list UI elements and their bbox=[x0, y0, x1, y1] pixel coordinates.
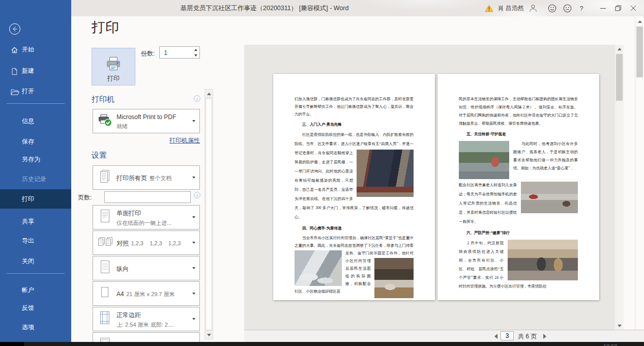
taskbar-corner bbox=[0, 342, 24, 346]
printer-select[interactable]: Microsoft Print to PDF 就绪 bbox=[93, 109, 200, 133]
sidebar-item-save[interactable]: 保存 bbox=[0, 135, 71, 148]
sidebar-item-save-as[interactable]: 另存为 bbox=[0, 153, 71, 166]
minimize-button[interactable] bbox=[595, 0, 610, 16]
copies-stepper bbox=[159, 46, 200, 59]
scroll-up-button[interactable] bbox=[615, 45, 624, 53]
preview-scrollbar[interactable] bbox=[615, 45, 624, 330]
margins-icon bbox=[96, 310, 113, 328]
photo-street-elderly bbox=[459, 141, 509, 179]
sidebar-item-home[interactable]: 开始 bbox=[0, 43, 71, 56]
collated-icon bbox=[96, 235, 113, 250]
page-title: 打印 bbox=[92, 18, 119, 37]
title-bar: 基层党员下沉社区工作事迹（20200311） [兼容模式] - Word 肖 昌… bbox=[71, 0, 644, 16]
scroll-up-button[interactable] bbox=[205, 90, 213, 98]
taskbar-clock: 10:58 bbox=[603, 343, 618, 346]
close-button[interactable] bbox=[626, 0, 641, 16]
printer-icon bbox=[104, 56, 123, 72]
pages-info-icon[interactable]: i bbox=[194, 192, 200, 198]
back-arrow-icon bbox=[9, 23, 21, 35]
document-paragraph: 配合社区将空巢老人转送到儿女身边；每天为不会使用智能手机的老人登记所需的生活物资… bbox=[459, 181, 578, 226]
chevron-down-icon bbox=[192, 177, 195, 179]
chevron-down-icon bbox=[192, 216, 195, 218]
sidebar-divider bbox=[7, 273, 65, 274]
sidebar-divider bbox=[7, 103, 65, 104]
printer-ready-icon bbox=[96, 113, 113, 129]
printer-status: 就绪 bbox=[116, 123, 128, 129]
scrollbar-thumb[interactable] bbox=[636, 26, 643, 77]
settings-scrollbar[interactable] bbox=[204, 89, 213, 339]
sidebar-item-export[interactable]: 导出 bbox=[0, 234, 71, 247]
scroll-down-button[interactable] bbox=[615, 322, 624, 330]
photo-parking-lot bbox=[521, 182, 578, 213]
print-preview-area: 们加入微信群，门栋微信群也成为了肖永俊同志的工作群，及时在群里开展引导解释帮扶工… bbox=[244, 45, 624, 330]
warning-icon[interactable] bbox=[485, 5, 493, 12]
document-paragraph: 们加入微信群，门栋微信群也成为了肖永俊同志的工作群，及时在群里开展引导解释帮扶工… bbox=[295, 95, 414, 118]
back-button[interactable] bbox=[9, 23, 21, 35]
document-heading: 四、同心携手·为爱传递 bbox=[295, 224, 414, 232]
scroll-down-button[interactable] bbox=[205, 330, 213, 339]
photo-packages-gate bbox=[374, 258, 414, 298]
sidebar-item-feedback[interactable]: 反馈 bbox=[0, 301, 71, 314]
sidebar-item-share[interactable]: 共享 bbox=[0, 215, 71, 228]
word-print-backstage: 基层党员下沉社区工作事迹（20200311） [兼容模式] - Word 肖 昌… bbox=[0, 0, 644, 346]
document-paragraph: 2 月中旬，武汉新冠肺炎疫情防控进入关键期，全市所有社区、小区、村组、居民点按照… bbox=[459, 239, 578, 291]
document-paragraph: 当全市所有小区实行封闭管理后，确保社区居民“菜篮子”也是重中之重的大事。因此，肖… bbox=[295, 234, 414, 300]
sidebar-item-info[interactable]: 信息 bbox=[0, 114, 71, 128]
sidebar-item-print[interactable]: 打印 bbox=[0, 189, 71, 209]
restore-window-button[interactable] bbox=[610, 0, 626, 16]
sidebar-item-open[interactable]: 打开 bbox=[0, 84, 71, 98]
previous-page-button[interactable] bbox=[494, 334, 497, 339]
settings-section-header: 设置 bbox=[92, 151, 107, 160]
copies-label: 份数: bbox=[141, 49, 155, 58]
frown-feedback-icon[interactable] bbox=[560, 0, 575, 16]
margins-select[interactable]: 正常边距 上: 2.54 厘米 底部: 2.... bbox=[93, 307, 200, 331]
preview-footer: 共 6 页 40% − + bbox=[244, 330, 644, 342]
photo-door-visit bbox=[357, 150, 414, 197]
print-button[interactable]: 打印 bbox=[92, 48, 135, 85]
print-range-select[interactable]: 打印所有页 整个文档 bbox=[93, 165, 200, 190]
sidebar-item-new[interactable]: 新建 bbox=[0, 64, 71, 77]
chevron-down-icon bbox=[192, 242, 195, 244]
printer-properties-link[interactable]: 打印机属性 bbox=[93, 136, 200, 145]
print-one-sided-icon bbox=[96, 209, 113, 226]
copies-input[interactable] bbox=[160, 47, 193, 58]
current-page-input[interactable] bbox=[501, 331, 514, 340]
portrait-orientation-icon bbox=[96, 260, 113, 277]
backstage-sidebar: 开始 新建 打开 信息 保存 另存为 历史记录 打印 共享 导出 关闭 帐户 反… bbox=[0, 0, 71, 342]
duplex-select[interactable]: 单面打印 仅在纸面的一侧上进... bbox=[93, 205, 200, 229]
orientation-select[interactable]: 纵向 bbox=[93, 256, 200, 280]
photo-grocery-delivery bbox=[295, 250, 342, 286]
chevron-down-icon bbox=[192, 318, 195, 320]
new-document-icon bbox=[11, 67, 18, 80]
next-page-button[interactable] bbox=[543, 334, 546, 339]
printer-info-icon[interactable]: i bbox=[194, 95, 200, 102]
paper-size-select[interactable]: A4 21 厘米 x 29.7 厘米 bbox=[93, 281, 200, 306]
sidebar-item-close[interactable]: 关闭 bbox=[0, 254, 71, 268]
total-pages-label: 共 6 页 bbox=[518, 332, 537, 341]
open-folder-icon bbox=[11, 87, 19, 100]
signed-in-user[interactable]: 肖 昌浩然 bbox=[498, 4, 524, 13]
sidebar-item-history: 历史记录 bbox=[0, 172, 71, 186]
photo-queue-entrance bbox=[508, 240, 578, 280]
home-icon bbox=[11, 45, 18, 59]
pages-range-input[interactable] bbox=[104, 191, 191, 203]
pages-label: 页数: bbox=[78, 193, 92, 202]
scrollbar-thumb[interactable] bbox=[206, 98, 212, 330]
collation-select[interactable]: 对照 1,2,3 1,2,3 1,2,3 bbox=[93, 230, 200, 255]
copies-decrement-button[interactable] bbox=[192, 52, 199, 58]
scroll-up-button[interactable] bbox=[635, 17, 644, 25]
copies-increment-button[interactable] bbox=[192, 47, 199, 52]
help-button[interactable]: ? bbox=[575, 0, 588, 16]
chevron-down-icon bbox=[192, 120, 195, 122]
person-icon[interactable] bbox=[529, 4, 537, 12]
sidebar-item-options[interactable]: 选项 bbox=[0, 321, 71, 334]
window-scrollbar[interactable] bbox=[635, 16, 644, 342]
document-paragraph: 民的基本生活物资的保障工作，主动帮助各门栋团购的团长将生活物资卸货、维护现场秩序… bbox=[459, 95, 578, 128]
document-page-3: 们加入微信群，门栋微信群也成为了肖永俊同志的工作群，及时在群里开展引导解释帮扶工… bbox=[273, 74, 435, 300]
document-paragraph: 与此同时，他考虑到小区有许多困难户、孤寡老人，于是积极主动的要求去帮助他们做一些… bbox=[459, 140, 578, 181]
smiley-feedback-icon[interactable] bbox=[544, 0, 560, 16]
sidebar-item-account[interactable]: 帐户 bbox=[0, 283, 71, 297]
chevron-down-icon bbox=[192, 267, 195, 269]
print-button-label: 打印 bbox=[95, 74, 132, 83]
scrollbar-thumb[interactable] bbox=[616, 54, 623, 101]
